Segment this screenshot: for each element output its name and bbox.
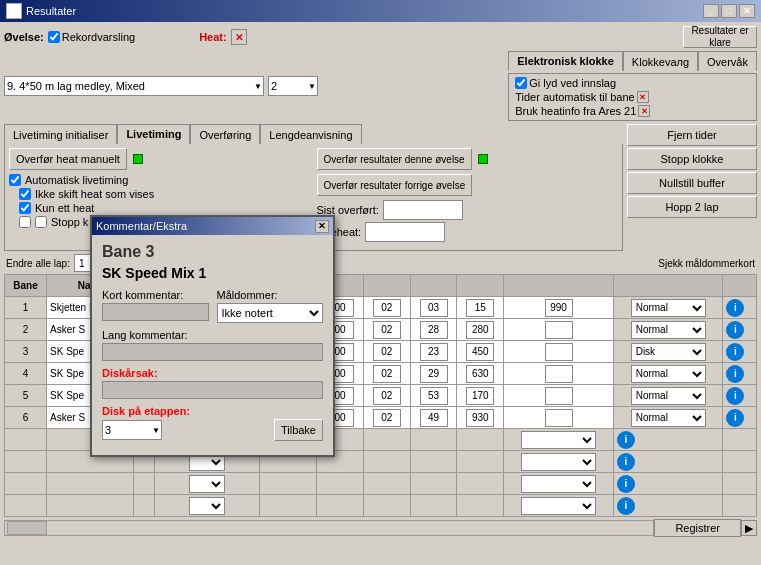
cell-info[interactable]: i <box>723 363 757 385</box>
remove-times-btn[interactable]: Fjern tider <box>627 124 757 146</box>
time-input-3[interactable] <box>420 321 448 339</box>
monitor-tab[interactable]: Overvåk <box>698 51 757 71</box>
no-shift-heat-checkbox[interactable] <box>19 188 31 200</box>
lang-kommentar-input[interactable] <box>102 343 323 361</box>
stop-clock-btn[interactable]: Stopp klokke <box>627 148 757 170</box>
time-input-4[interactable] <box>466 321 494 339</box>
transfer-results-btn[interactable]: Overfør resultater denne øvelse <box>317 148 472 170</box>
livetiming-tab[interactable]: Livetiming <box>117 124 190 144</box>
jump-2-lap-btn[interactable]: Hopp 2 lap <box>627 196 757 218</box>
cell-status[interactable]: NormalDiskDNSDNFDSQ <box>613 407 723 429</box>
heat-x-button[interactable]: ✕ <box>231 29 247 45</box>
status-dropdown-empty[interactable] <box>521 497 596 515</box>
use-heatinfo-x[interactable]: ✕ <box>638 105 650 117</box>
status-dropdown-empty[interactable] <box>521 475 596 493</box>
info-button[interactable]: i <box>726 343 744 361</box>
liveheat-input[interactable] <box>365 222 445 242</box>
status-dropdown-empty[interactable] <box>521 453 596 471</box>
horizontal-scrollbar-thumb[interactable] <box>7 521 47 535</box>
livetiming-init-tab[interactable]: Livetiming initialiser <box>4 124 117 144</box>
transfer-heat-manual-btn[interactable]: Overfør heat manuelt <box>9 148 127 170</box>
time-input-5[interactable] <box>545 321 573 339</box>
time-input-4[interactable] <box>466 365 494 383</box>
stop-k-checkbox[interactable] <box>19 216 31 228</box>
diskarsak-input[interactable] <box>102 381 323 399</box>
scroll-right-button[interactable]: ▶ <box>741 520 757 536</box>
length-guide-tab[interactable]: Lengdeanvisning <box>260 124 361 144</box>
time-input-5[interactable] <box>545 365 573 383</box>
info-button-empty[interactable]: i <box>617 497 635 515</box>
time-input-3[interactable] <box>420 343 448 361</box>
cell-info[interactable]: i <box>723 319 757 341</box>
results-ready-button[interactable]: Resultater er klare <box>683 26 757 48</box>
status-dropdown[interactable]: NormalDiskDNSDNFDSQ <box>631 365 706 383</box>
time-input-2[interactable] <box>373 409 401 427</box>
back-button[interactable]: Tilbake <box>274 419 323 441</box>
record-warning-checkbox[interactable] <box>48 31 60 43</box>
time-input-5[interactable] <box>545 409 573 427</box>
status-dropdown[interactable]: NormalDiskDNSDNFDSQ <box>631 299 706 317</box>
time-input-5[interactable] <box>545 343 573 361</box>
time-input-3[interactable] <box>420 409 448 427</box>
status-dropdown-empty[interactable] <box>521 431 596 449</box>
time-input-2[interactable] <box>373 343 401 361</box>
kort-kommentar-input[interactable] <box>102 303 209 321</box>
time-input-4[interactable] <box>466 299 494 317</box>
time-input-2[interactable] <box>373 321 401 339</box>
info-button[interactable]: i <box>726 321 744 339</box>
heat-dropdown[interactable]: 2 <box>268 76 318 96</box>
cell-status[interactable]: NormalDiskDNSDNFDSQ <box>613 385 723 407</box>
time-input-2[interactable] <box>373 299 401 317</box>
info-button[interactable]: i <box>726 387 744 405</box>
auto-times-x[interactable]: ✕ <box>637 91 649 103</box>
time-input-4[interactable] <box>466 343 494 361</box>
exercise-dropdown[interactable]: 9. 4*50 m lag medley, Mixed <box>4 76 264 96</box>
info-button[interactable]: i <box>726 409 744 427</box>
transfer-tab[interactable]: Overføring <box>190 124 260 144</box>
info-button-empty[interactable]: i <box>617 475 635 493</box>
minimize-button[interactable]: _ <box>703 4 719 18</box>
cell-status[interactable]: NormalDiskDNSDNFDSQ <box>613 341 723 363</box>
info-button-empty[interactable]: i <box>617 431 635 449</box>
time-input-5[interactable] <box>545 299 573 317</box>
cell-info[interactable]: i <box>723 407 757 429</box>
time-input-2[interactable] <box>373 387 401 405</box>
auto-livetiming-checkbox[interactable] <box>9 174 21 186</box>
close-button[interactable]: ✕ <box>739 4 755 18</box>
cell-info[interactable]: i <box>723 385 757 407</box>
cell-status[interactable]: NormalDiskDNSDNFDSQ <box>613 297 723 319</box>
status-dropdown[interactable]: NormalDiskDNSDNFDSQ <box>631 321 706 339</box>
time-input-2[interactable] <box>373 365 401 383</box>
time-input-3[interactable] <box>420 299 448 317</box>
time-input-4[interactable] <box>466 409 494 427</box>
time-input-4[interactable] <box>466 387 494 405</box>
maximize-button[interactable]: □ <box>721 4 737 18</box>
sound-on-entry-checkbox[interactable] <box>515 77 527 89</box>
info-button-empty[interactable]: i <box>617 453 635 471</box>
disk-etappen-dropdown[interactable]: 1234 <box>102 420 162 440</box>
time-input-3[interactable] <box>420 387 448 405</box>
maldommer-dropdown[interactable]: Ikke notert Notert <box>217 303 324 323</box>
status-dropdown[interactable]: NormalDiskDNSDNFDSQ <box>631 387 706 405</box>
registrer-button[interactable]: Registrer <box>654 519 741 537</box>
last-transferred-input[interactable] <box>383 200 463 220</box>
status-dropdown[interactable]: NormalDiskDNSDNFDSQ <box>631 409 706 427</box>
reset-buffer-btn[interactable]: Nullstill buffer <box>627 172 757 194</box>
cell-status[interactable]: NormalDiskDNSDNFDSQ <box>613 363 723 385</box>
stop-k2-checkbox[interactable] <box>35 216 47 228</box>
time-input-5[interactable] <box>545 387 573 405</box>
cell-info[interactable]: i <box>723 341 757 363</box>
electronic-clock-tab[interactable]: Elektronisk klokke <box>508 51 623 71</box>
modal-close-button[interactable]: ✕ <box>315 220 329 233</box>
info-button[interactable]: i <box>726 299 744 317</box>
cell-status[interactable]: NormalDiskDNSDNFDSQ <box>613 319 723 341</box>
transfer-prev-results-btn[interactable]: Overfør resultater forrige øvelse <box>317 174 473 196</box>
lap-dropdown-empty[interactable] <box>189 475 225 493</box>
status-dropdown[interactable]: NormalDiskDNSDNFDSQ <box>631 343 706 361</box>
time-input-3[interactable] <box>420 365 448 383</box>
lap-dropdown-empty[interactable] <box>189 497 225 515</box>
info-button[interactable]: i <box>726 365 744 383</box>
only-one-heat-checkbox[interactable] <box>19 202 31 214</box>
cell-info[interactable]: i <box>723 297 757 319</box>
clock-control-tab[interactable]: Klokkevалg <box>623 51 698 71</box>
